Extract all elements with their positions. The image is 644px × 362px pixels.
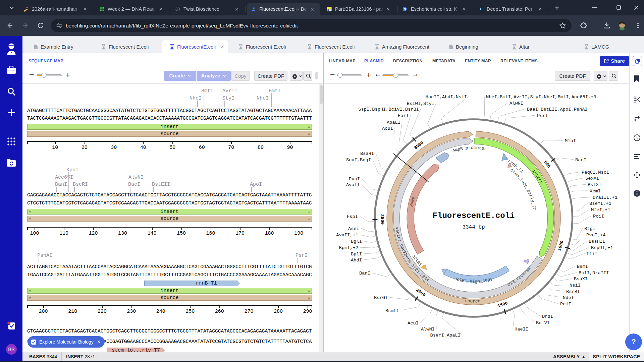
svg-text:AmpR_promoter: AmpR_promoter [452,145,487,153]
svg-text:BstXI: BstXI [588,182,601,187]
svg-text:3344 bp: 3344 bp [462,224,485,230]
svg-text:PaqCI,MscI: PaqCI,MscI [582,170,609,175]
svg-text:1500: 1500 [497,301,508,309]
svg-text:BsaHI: BsaHI [360,151,374,156]
svg-text:SexAI: SexAI [585,176,599,181]
svg-text:AvaII: AvaII [346,182,360,187]
svg-text:AvaII,+1: AvaII,+1 [336,233,358,238]
svg-text:MfeI,+1: MfeI,+1 [591,207,610,213]
svg-text:stem_loop_early_T7: stem_loop_early_T7 [509,168,537,210]
svg-text:DraIII,+1: DraIII,+1 [593,195,618,200]
svg-text:ScaI,BcgI: ScaI,BcgI [346,158,371,163]
svg-text:AcuI: AcuI [408,321,419,326]
svg-text:BsrBI: BsrBI [566,289,580,294]
svg-text:NdeI: NdeI [563,295,574,300]
svg-text:TfiI: TfiI [586,251,597,256]
svg-text:BtgI: BtgI [584,226,595,231]
svg-text:PciI: PciI [593,214,604,219]
svg-text:DrdI: DrdI [542,314,553,319]
svg-text:AcuI: AcuI [382,126,393,131]
svg-text:FspI: FspI [347,214,358,219]
svg-text:AhdI: AhdI [351,258,362,263]
svg-text:PvuI,+4: PvuI,+4 [586,233,606,238]
svg-text:ApaLI: ApaLI [387,120,400,125]
svg-text:HaeII: HaeII [515,327,528,332]
svg-text:BciVI: BciVI [536,320,550,325]
svg-text:XcmI: XcmI [590,189,601,194]
svg-text:EarI: EarI [398,113,409,118]
svg-text:BanI: BanI [359,271,370,276]
svg-text:BaeI,BstEII,ApoI,PshAI: BaeI,BstEII,ApoI,PshAI [527,107,588,112]
svg-text:NsiI: NsiI [570,283,581,288]
svg-text:MluI: MluI [565,138,576,143]
svg-text:BseYI,ApaLI: BseYI,ApaLI [430,333,461,338]
svg-text:AseI: AseI [348,226,359,231]
svg-text:HaeII,AhdI,NsiI: HaeII,AhdI,NsiI [426,95,467,100]
svg-text:BclI,DraIII: BclI,DraIII [579,270,609,276]
svg-text:BspDI,+1: BspDI,+1 [591,245,613,250]
svg-text:FluorescentE.coli: FluorescentE.coli [433,211,515,220]
svg-text:BseYI,+1: BseYI,+1 [589,201,611,206]
svg-text:BplI: BplI [351,252,362,257]
svg-text:BsrGI: BsrGI [374,295,388,300]
svg-text:BsiWI,StyI: BsiWI,StyI [407,101,434,106]
svg-text:1000: 1000 [557,240,565,251]
svg-text:PciI: PciI [560,302,571,307]
svg-text:BaeI: BaeI [575,158,586,163]
svg-text:BsmFI: BsmFI [385,308,399,313]
svg-text:NheI,BmtI,AvrII,StyI,NheI,BmtI: NheI,BmtI,AvrII,StyI,NheI,BmtI,Acc65I,+3 [486,95,596,100]
svg-text:SspI,BspHI,BciVI,BsrBI: SspI,BspHI,BciVI,BsrBI [358,107,419,112]
svg-text:2500: 2500 [380,214,385,225]
svg-text:BsmI: BsmI [577,264,588,269]
svg-text:BpmI,+2: BpmI,+2 [339,245,359,250]
svg-text:AlwNI: AlwNI [509,101,523,106]
svg-text:PsrI: PsrI [537,113,548,118]
svg-text:PvuI: PvuI [349,177,360,182]
svg-text:BssHII: BssHII [589,239,605,244]
svg-text:AlwNI: AlwNI [421,327,435,332]
svg-text:BsaXI: BsaXI [574,277,588,282]
svg-text:BglI: BglI [351,239,362,244]
